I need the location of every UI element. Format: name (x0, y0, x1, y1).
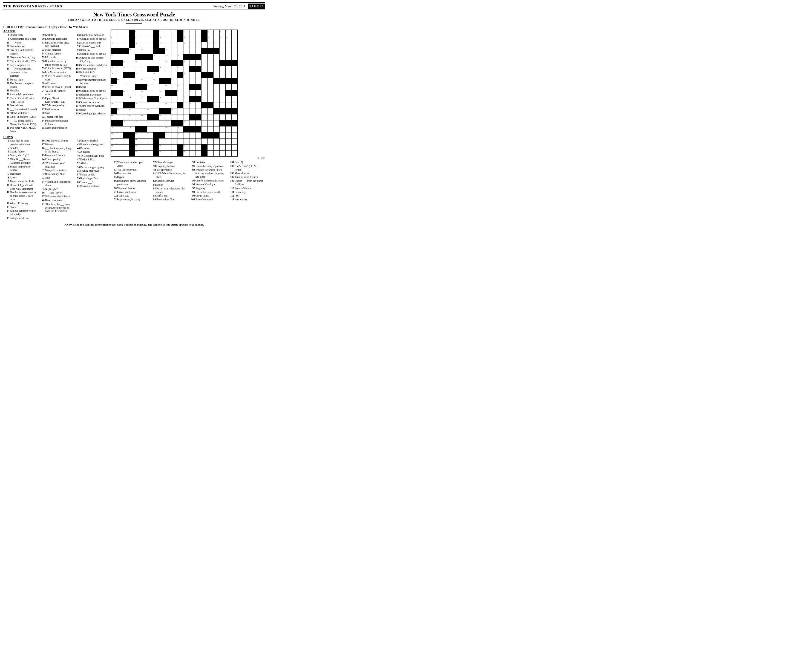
grid-cell-7-9[interactable] (165, 72, 171, 78)
grid-cell-3-0[interactable] (111, 48, 117, 54)
grid-cell-20-16[interactable] (207, 150, 213, 156)
grid-cell-15-17[interactable] (213, 120, 219, 126)
grid-cell-12-7[interactable] (153, 102, 159, 108)
grid-cell-0-9[interactable] (165, 30, 171, 36)
grid-cell-18-5[interactable] (141, 138, 147, 144)
grid-cell-8-7[interactable]: 42 (153, 78, 159, 84)
grid-cell-9-16[interactable] (207, 84, 213, 90)
grid-cell-3-16[interactable] (207, 48, 213, 54)
grid-cell-10-14[interactable] (195, 90, 201, 96)
grid-cell-13-6[interactable]: 64 (147, 108, 153, 114)
grid-cell-1-9[interactable] (165, 36, 171, 42)
grid-cell-20-5[interactable] (141, 150, 147, 156)
grid-cell-13-0[interactable] (111, 108, 117, 114)
grid-cell-8-10[interactable]: 43 (171, 78, 177, 84)
grid-cell-20-2[interactable] (123, 150, 129, 156)
grid-cell-14-11[interactable] (177, 114, 183, 120)
grid-cell-20-15[interactable] (201, 150, 207, 156)
grid-cell-13-14[interactable] (195, 108, 201, 114)
grid-cell-17-16[interactable] (207, 132, 213, 138)
grid-cell-3-7[interactable] (153, 48, 159, 54)
grid-cell-20-13[interactable] (189, 150, 195, 156)
grid-cell-0-19[interactable]: 7 (225, 30, 231, 36)
grid-cell-18-8[interactable]: 87 (159, 138, 165, 144)
grid-cell-6-17[interactable] (213, 66, 219, 72)
grid-cell-14-13[interactable] (189, 114, 195, 120)
grid-cell-1-15[interactable] (201, 36, 207, 42)
grid-cell-14-5[interactable]: 68 (141, 114, 147, 120)
grid-cell-16-15[interactable] (201, 126, 207, 132)
grid-cell-1-14[interactable] (195, 36, 201, 42)
grid-cell-8-14[interactable] (195, 78, 201, 84)
grid-cell-9-2[interactable] (123, 84, 129, 90)
grid-cell-2-8[interactable]: 17 (159, 42, 165, 48)
grid-cell-11-6[interactable] (147, 96, 153, 102)
grid-cell-8-9[interactable] (165, 78, 171, 84)
grid-cell-6-3[interactable] (129, 66, 135, 72)
grid-cell-9-9[interactable]: 46 (165, 84, 171, 90)
grid-cell-9-17[interactable] (213, 84, 219, 90)
grid-cell-0-7[interactable] (153, 30, 159, 36)
grid-cell-3-11[interactable] (177, 48, 183, 54)
grid-cell-7-15[interactable] (201, 72, 207, 78)
grid-cell-12-9[interactable]: 60 (165, 102, 171, 108)
grid-cell-5-1[interactable] (117, 60, 123, 66)
grid-cell-13-19[interactable] (225, 108, 231, 114)
grid-cell-3-19[interactable] (225, 48, 231, 54)
grid-cell-15-9[interactable]: 73 (165, 120, 171, 126)
grid-cell-20-17[interactable] (213, 150, 219, 156)
grid-cell-11-17[interactable] (213, 96, 219, 102)
grid-cell-17-3[interactable] (129, 132, 135, 138)
grid-cell-17-15[interactable] (201, 132, 207, 138)
grid-cell-18-16[interactable] (207, 138, 213, 144)
grid-cell-14-18[interactable] (219, 114, 225, 120)
grid-cell-9-12[interactable] (183, 84, 189, 90)
grid-cell-11-3[interactable]: 54 (129, 96, 135, 102)
grid-cell-12-12[interactable] (183, 102, 189, 108)
grid-cell-18-6[interactable] (147, 138, 153, 144)
grid-cell-13-16[interactable] (207, 108, 213, 114)
grid-cell-17-0[interactable]: 80 (111, 132, 117, 138)
grid-cell-4-7[interactable]: 24 (153, 54, 159, 60)
grid-cell-13-5[interactable] (141, 108, 147, 114)
grid-cell-8-11[interactable] (177, 78, 183, 84)
grid-cell-2-19[interactable] (225, 42, 231, 48)
grid-cell-2-0[interactable]: 15 (111, 42, 117, 48)
grid-cell-12-2[interactable] (123, 102, 129, 108)
grid-cell-14-10[interactable] (171, 114, 177, 120)
grid-cell-12-10[interactable] (171, 102, 177, 108)
grid-cell-18-4[interactable]: 86 (135, 138, 141, 144)
grid-cell-10-7[interactable] (153, 90, 159, 96)
grid-cell-9-7[interactable] (153, 84, 159, 90)
grid-cell-5-13[interactable] (189, 60, 195, 66)
grid-cell-15-18[interactable] (219, 120, 225, 126)
grid-cell-14-9[interactable] (165, 114, 171, 120)
grid-cell-6-20[interactable] (231, 66, 237, 72)
grid-cell-18-15[interactable] (201, 138, 207, 144)
grid-cell-12-20[interactable] (231, 102, 237, 108)
grid-cell-5-11[interactable] (177, 60, 183, 66)
grid-cell-11-5[interactable]: 55 (141, 96, 147, 102)
grid-cell-0-10[interactable] (171, 30, 177, 36)
grid-cell-15-12[interactable]: 74 (183, 120, 189, 126)
grid-cell-7-11[interactable] (177, 72, 183, 78)
grid-cell-11-10[interactable] (171, 96, 177, 102)
grid-cell-15-5[interactable] (141, 120, 147, 126)
grid-cell-0-11[interactable] (177, 30, 183, 36)
grid-cell-2-12[interactable]: 18 (183, 42, 189, 48)
grid-cell-8-3[interactable] (129, 78, 135, 84)
grid-cell-5-12[interactable]: 30 (183, 60, 189, 66)
grid-cell-4-9[interactable]: 25 (165, 54, 171, 60)
grid-cell-19-14[interactable] (195, 144, 201, 150)
grid-cell-1-19[interactable]: 14 (225, 36, 231, 42)
grid-cell-9-8[interactable] (159, 84, 165, 90)
grid-cell-20-14[interactable] (195, 150, 201, 156)
grid-cell-16-17[interactable] (213, 126, 219, 132)
grid-cell-7-8[interactable] (159, 72, 165, 78)
grid-cell-19-0[interactable]: 88 (111, 144, 117, 150)
grid-cell-11-4[interactable] (135, 96, 141, 102)
grid-cell-1-6[interactable] (147, 36, 153, 42)
grid-cell-18-1[interactable] (117, 138, 123, 144)
grid-cell-17-12[interactable] (183, 132, 189, 138)
grid-cell-13-1[interactable]: 62 (117, 108, 123, 114)
